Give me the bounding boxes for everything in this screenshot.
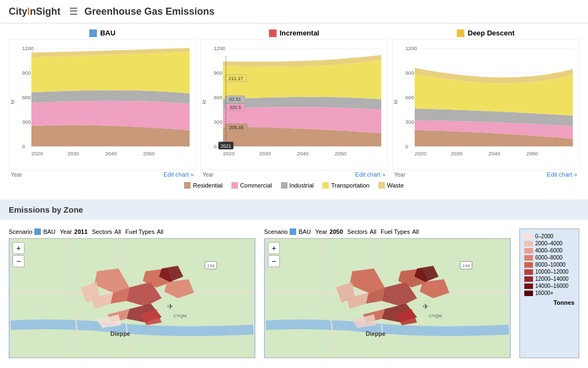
color-swatch [524, 291, 533, 296]
map-1-year: 2011 [74, 228, 87, 235]
map-col-1: Scenario BAU Year 2011 Sectors All Fuel … [9, 228, 255, 358]
bau-chart-container: BAU 1200 900 600 300 0 kt [9, 29, 196, 179]
chart-legend-row: Residential Commercial Industrial Transp… [9, 179, 579, 194]
map-2-sectors-value: All [370, 228, 376, 235]
svg-text:2030: 2030 [259, 150, 271, 156]
map-2-svg: Dieppe ✈ CYQM 134 [265, 239, 510, 358]
color-legend-item: 2000–4000 [524, 240, 574, 246]
map-2-year-label: Year [315, 228, 327, 235]
bau-year-label: Year [11, 172, 22, 178]
transportation-swatch [322, 182, 329, 189]
incremental-chart-wrap: 1200 900 600 300 0 kt [200, 39, 388, 170]
map-1-svg: Dieppe ✈ CYQM 134 [9, 239, 255, 358]
bau-edit-chart[interactable]: Edit chart » [163, 171, 194, 178]
svg-text:kt: kt [201, 100, 207, 104]
svg-text:2050: 2050 [143, 150, 155, 156]
svg-text:2021: 2021 [220, 143, 231, 149]
svg-text:✈: ✈ [422, 302, 429, 311]
map-1-zoom-in[interactable]: + [13, 242, 24, 254]
map-1-scenario-label: Scenario [9, 228, 32, 235]
map-1-year-label: Year [60, 228, 72, 235]
color-swatch [524, 248, 533, 254]
deep-descent-year-label: Year [394, 172, 405, 178]
color-swatch [524, 269, 533, 275]
incremental-year-label: Year [203, 172, 213, 178]
bau-chart-footer: Year Edit chart » [9, 170, 196, 179]
header: CityInSight ☰ Greenhouse Gas Emissions [0, 0, 588, 23]
map-1-scenario-type: BAU [43, 228, 56, 235]
map-2-fuel-label: Fuel Types [381, 228, 410, 235]
legend-waste: Waste [378, 182, 404, 189]
color-legend-item: 6000–8000 [524, 255, 574, 261]
svg-text:2050: 2050 [526, 150, 538, 156]
industrial-swatch [281, 182, 287, 189]
svg-text:2020: 2020 [32, 150, 43, 156]
svg-text:2040: 2040 [105, 150, 117, 156]
color-swatch [524, 276, 533, 282]
deep-descent-label: Deep Descent [468, 29, 514, 37]
map-col-2: Scenario BAU Year 2050 Sectors All Fuel … [264, 228, 511, 358]
svg-text:1200: 1200 [22, 45, 34, 51]
legend-commercial: Commercial [231, 182, 272, 189]
deep-descent-edit-chart[interactable]: Edit chart » [547, 171, 577, 178]
color-swatch [524, 241, 533, 246]
deep-descent-svg: 1200 900 600 300 0 kt [393, 40, 579, 168]
zone-section: Emissions by Zone [0, 200, 588, 220]
map-2-scenario-label: Scenario [264, 228, 287, 235]
svg-text:CYQM: CYQM [174, 313, 187, 318]
color-legend-items: 0–20002000–40004000–60006000–80008000–10… [524, 233, 574, 296]
residential-label: Residential [193, 182, 222, 189]
svg-text:CYQM: CYQM [429, 313, 442, 318]
svg-text:900: 900 [22, 70, 31, 76]
svg-text:2030: 2030 [451, 150, 462, 156]
svg-text:205.45: 205.45 [229, 125, 243, 130]
map-2-scenario-type: BAU [298, 228, 311, 235]
map-2-sectors-label: Sectors [347, 228, 367, 235]
svg-text:2030: 2030 [68, 150, 79, 156]
map-1-zoom-out[interactable]: − [13, 255, 24, 267]
map-2-zoom-out[interactable]: − [268, 255, 280, 267]
map-2-zoom-in[interactable]: + [268, 242, 280, 254]
bau-chart-label: BAU [9, 29, 196, 37]
legend-residential: Residential [184, 182, 222, 189]
color-legend-item: 12000–14000 [524, 276, 574, 282]
maps-section: Scenario BAU Year 2011 Sectors All Fuel … [0, 224, 588, 363]
deep-descent-chart-label: Deep Descent [392, 29, 579, 37]
charts-section: BAU 1200 900 600 300 0 kt [0, 23, 588, 200]
zone-title: Emissions by Zone [9, 205, 83, 214]
svg-text:kt: kt [9, 100, 15, 104]
incremental-chart-footer: Year Edit chart » [200, 170, 388, 179]
svg-text:2020: 2020 [415, 150, 426, 156]
waste-label: Waste [387, 182, 404, 189]
hamburger-icon[interactable]: ☰ [69, 5, 78, 17]
legend-industrial: Industrial [281, 182, 314, 189]
incremental-edit-chart[interactable]: Edit chart » [355, 171, 385, 178]
map-1-fuel-value: All [157, 228, 163, 235]
svg-text:211.17: 211.17 [229, 76, 243, 81]
bau-legend-box [89, 29, 97, 37]
incremental-label: Incremental [280, 29, 320, 37]
svg-text:900: 900 [214, 70, 223, 76]
incremental-svg: 1200 900 600 300 0 kt [201, 40, 387, 168]
svg-text:2040: 2040 [488, 150, 500, 156]
incremental-chart-label: Incremental [200, 29, 388, 37]
map-1-sectors-label: Sectors [92, 228, 112, 235]
color-swatch [524, 262, 533, 268]
svg-text:900: 900 [406, 70, 414, 76]
map-2-placeholder: Dieppe ✈ CYQM 134 + − [264, 238, 511, 358]
svg-text:134: 134 [463, 263, 470, 268]
incremental-legend-box [269, 29, 277, 37]
map-1-fuel-label: Fuel Types [125, 228, 155, 235]
color-legend: 0–20002000–40004000–60006000–80008000–10… [519, 228, 579, 358]
map-1-placeholder: Dieppe ✈ CYQM 134 + − [9, 238, 255, 358]
svg-text:Dieppe: Dieppe [111, 330, 130, 337]
deep-descent-legend-box [457, 29, 464, 37]
logo: CityInSight [9, 6, 60, 17]
svg-text:✈: ✈ [167, 302, 174, 311]
color-legend-item: 10000–12000 [524, 269, 574, 275]
svg-text:kt: kt [393, 100, 399, 104]
svg-text:0: 0 [214, 143, 217, 149]
charts-row: BAU 1200 900 600 300 0 kt [9, 29, 579, 179]
color-swatch [524, 283, 533, 289]
page-title: Greenhouse Gas Emissions [84, 6, 215, 17]
